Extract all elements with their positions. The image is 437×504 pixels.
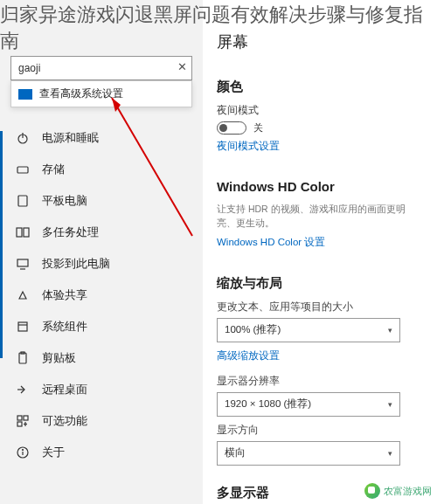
night-mode-settings-link[interactable]: 夜间模式设置 [217,140,423,153]
select-value: 100% (推荐) [225,323,281,336]
sidebar-item-label: 体验共享 [42,288,87,303]
storage-icon [16,162,30,176]
suggestion-item-advanced-system-settings[interactable]: 查看高级系统设置 [11,81,191,107]
shared-experiences-icon [16,288,30,302]
svg-rect-3 [18,196,27,206]
sidebar-item-label: 平板电脑 [42,194,87,209]
sidebar-item-tablet[interactable]: 平板电脑 [0,185,203,217]
advanced-scaling-link[interactable]: 高级缩放设置 [217,349,423,362]
svg-rect-10 [19,353,26,363]
sidebar-item-label: 关于 [42,445,65,460]
sidebar-item-label: 投影到此电脑 [42,257,110,272]
hd-color-description: 让支持 HDR 的视频、游戏和应用的画面更明亮、更生动。 [217,203,423,231]
remote-desktop-icon [16,383,30,397]
text-size-label: 更改文本、应用等项目的大小 [217,300,423,314]
search-container: ✕ 查看高级系统设置 [10,56,192,80]
optional-features-icon [16,414,30,428]
svg-rect-6 [17,259,28,266]
info-icon [16,445,30,459]
sidebar-nav: 电源和睡眠 存储 平板电脑 多任务处理 投影到此电脑 体验共享 [0,122,203,468]
multitasking-icon [16,225,30,239]
projecting-icon [16,257,30,271]
components-icon [16,320,30,334]
orientation-label: 显示方向 [217,424,423,437]
article-title: 归家异途游戏闪退黑屏问题有效解决步骤与修复指南 [0,2,437,53]
select-value: 1920 × 1080 (推荐) [225,397,311,411]
sidebar-item-label: 系统组件 [42,320,87,335]
sidebar-item-label: 可选功能 [42,414,87,429]
watermark-text: 农富游戏网 [384,485,432,498]
sidebar-item-label: 电源和睡眠 [42,131,99,146]
clear-search-icon[interactable]: ✕ [177,60,187,73]
hd-color-settings-link[interactable]: Windows HD Color 设置 [217,236,423,249]
select-value: 横向 [225,446,246,459]
sidebar-item-label: 远程桌面 [42,383,87,397]
suggestion-label: 查看高级系统设置 [39,86,123,101]
sidebar-item-projecting[interactable]: 投影到此电脑 [0,248,203,280]
svg-rect-14 [24,416,28,420]
sidebar-item-multitasking[interactable]: 多任务处理 [0,217,203,248]
sidebar-item-about[interactable]: 关于 [0,437,203,468]
svg-rect-15 [17,422,22,426]
search-suggestion-dropdown: 查看高级系统设置 [10,80,192,107]
settings-window: ✕ 查看高级系统设置 电源和睡眠 存储 平板电脑 [0,0,437,504]
toggle-knob [219,124,227,132]
resolution-select[interactable]: 1920 × 1080 (推荐) ▾ [217,392,400,417]
section-hd-color-title: Windows HD Color [217,179,423,194]
svg-rect-4 [17,228,22,237]
section-scale-title: 缩放与布局 [217,275,423,292]
search-input[interactable] [10,56,192,80]
svg-rect-5 [24,228,29,237]
sidebar-item-system-components[interactable]: 系统组件 [0,311,203,342]
toggle-state-text: 关 [253,121,263,135]
svg-rect-2 [17,167,28,173]
sidebar-item-shared-experiences[interactable]: 体验共享 [0,280,203,311]
night-mode-label: 夜间模式 [217,104,423,117]
svg-rect-8 [18,322,27,331]
sidebar-item-optional-features[interactable]: 可选功能 [0,405,203,437]
watermark: 农富游戏网 [364,483,432,499]
main-content: 颜色 夜间模式 关 夜间模式设置 Windows HD Color 让支持 HD… [203,0,437,504]
sidebar-item-power-sleep[interactable]: 电源和睡眠 [0,122,203,154]
sidebar-item-clipboard[interactable]: 剪贴板 [0,342,203,374]
svg-rect-13 [17,416,22,420]
resolution-label: 显示器分辨率 [217,375,423,388]
monitor-icon [18,89,32,100]
scale-select[interactable]: 100% (推荐) ▾ [217,318,400,342]
section-color-title: 颜色 [217,79,423,95]
tablet-icon [16,194,30,208]
sidebar-item-label: 存储 [42,162,65,177]
svg-point-20 [23,450,24,451]
sidebar-item-label: 多任务处理 [42,225,99,240]
watermark-logo-icon [364,483,380,499]
chevron-down-icon: ▾ [388,400,392,409]
sidebar-item-remote-desktop[interactable]: 远程桌面 [0,374,203,405]
chevron-down-icon: ▾ [388,449,392,458]
clipboard-icon [16,351,30,365]
orientation-select[interactable]: 横向 ▾ [217,441,400,466]
night-mode-toggle[interactable] [217,121,246,135]
chevron-down-icon: ▾ [388,326,392,335]
power-icon [16,131,30,145]
sidebar-item-storage[interactable]: 存储 [0,154,203,185]
sidebar-item-label: 剪贴板 [42,351,76,366]
sidebar: ✕ 查看高级系统设置 电源和睡眠 存储 平板电脑 [0,0,203,504]
